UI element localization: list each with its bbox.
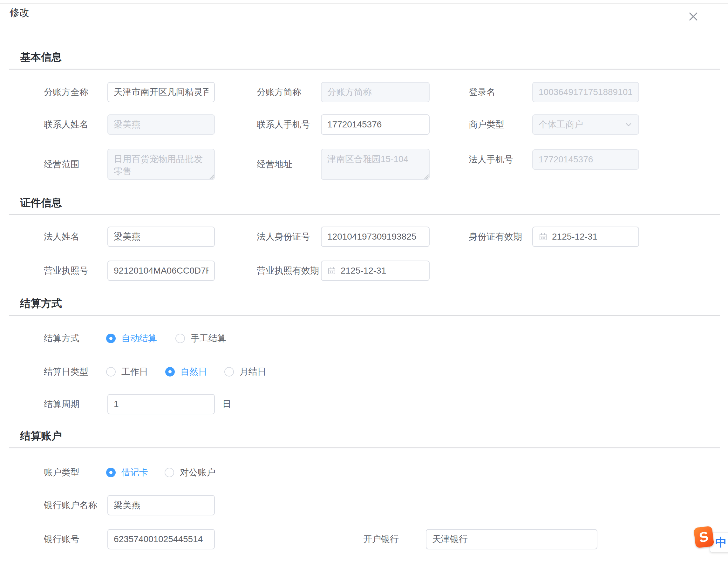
radio-manual-settle[interactable]: 手工结算: [175, 332, 226, 344]
merchant-type-select: 个体工商户: [532, 114, 639, 135]
radio-month-end-day[interactable]: 月结日: [224, 366, 266, 378]
radio-selected-icon: [165, 367, 175, 376]
settle-day-type-label: 结算日类型: [44, 362, 88, 382]
legal-phone-label: 法人手机号: [469, 149, 513, 170]
business-address-label: 经营地址: [257, 149, 292, 180]
license-expiry-value: 2125-12-31: [341, 266, 423, 276]
radio-workday[interactable]: 工作日: [106, 366, 148, 378]
bank-name-input[interactable]: [426, 529, 597, 549]
sogou-ime-logo[interactable]: S: [693, 526, 714, 548]
bank-holder-input[interactable]: [107, 495, 215, 516]
section-account-heading: 结算账户: [20, 429, 62, 443]
sogou-s-icon: S: [699, 529, 709, 545]
bank-holder-label: 银行账户名称: [44, 495, 97, 516]
section-settlement-heading: 结算方式: [20, 296, 62, 311]
login-name-input: [532, 82, 639, 102]
dialog-top-border: [0, 3, 728, 4]
business-scope-label: 经营范围: [44, 149, 79, 180]
section-divider: [9, 447, 720, 448]
calendar-icon: [327, 266, 336, 275]
license-expiry-label: 营业执照有效期: [257, 261, 319, 281]
contact-phone-input[interactable]: [321, 114, 430, 135]
radio-label: 工作日: [121, 366, 148, 378]
section-basic-heading: 基本信息: [20, 50, 62, 64]
radio-label: 手工结算: [191, 332, 226, 344]
dialog-title: 修改: [9, 6, 29, 19]
id-expiry-value: 2125-12-31: [552, 232, 633, 242]
settle-method-radio-group: 自动结算 手工结算: [106, 328, 226, 348]
radio-unselected-icon: [224, 367, 234, 376]
merchant-type-value: 个体工商户: [539, 119, 624, 131]
radio-corporate-account[interactable]: 对公账户: [164, 467, 215, 478]
bank-number-input[interactable]: [107, 529, 215, 549]
radio-unselected-icon: [175, 334, 185, 343]
business-scope-textarea: 日用百货宠物用品批发零售: [107, 149, 215, 180]
radio-label: 自动结算: [121, 332, 157, 344]
contact-name-input: [107, 114, 215, 135]
login-name-label: 登录名: [469, 82, 495, 102]
radio-label: 自然日: [181, 366, 207, 378]
bank-name-label: 开户银行: [363, 529, 399, 549]
calendar-icon: [539, 232, 547, 241]
license-expiry-datepicker[interactable]: 2125-12-31: [321, 261, 430, 281]
id-expiry-label: 身份证有效期: [469, 227, 522, 247]
license-no-label: 营业执照号: [44, 261, 88, 281]
close-icon: [688, 11, 699, 22]
settle-cycle-label: 结算周期: [44, 394, 79, 414]
chevron-down-icon: [624, 121, 633, 129]
contact-name-label: 联系人姓名: [44, 114, 88, 135]
account-type-radio-group: 借记卡 对公账户: [106, 462, 215, 483]
legal-id-label: 法人身份证号: [257, 227, 310, 247]
business-address-textarea: 津南区合雅园15-104: [321, 149, 430, 180]
license-no-input[interactable]: [107, 261, 215, 281]
short-name-label: 分账方简称: [257, 82, 301, 102]
full-name-label: 分账方全称: [44, 82, 88, 102]
short-name-input: [321, 82, 430, 102]
settle-cycle-input[interactable]: [107, 394, 215, 414]
bank-number-label: 银行账号: [44, 529, 79, 549]
legal-name-input[interactable]: [107, 227, 215, 247]
settle-method-label: 结算方式: [44, 328, 79, 348]
legal-id-input[interactable]: [321, 227, 430, 247]
radio-selected-icon: [106, 468, 116, 477]
section-divider: [9, 214, 720, 215]
legal-name-label: 法人姓名: [44, 227, 79, 247]
edit-dialog: 修改 基本信息 分账方全称 分账方简称 登录名 联系人姓名 联系人手机号 商户类…: [0, 0, 728, 578]
settle-day-type-radio-group: 工作日 自然日 月结日: [106, 362, 266, 382]
radio-selected-icon: [106, 334, 116, 343]
merchant-type-label: 商户类型: [469, 114, 504, 135]
section-cert-heading: 证件信息: [20, 196, 62, 210]
legal-phone-input: [532, 149, 639, 170]
full-name-input[interactable]: [107, 82, 215, 102]
radio-label: 对公账户: [180, 467, 215, 478]
radio-label: 借记卡: [121, 467, 148, 478]
radio-auto-settle[interactable]: 自动结算: [106, 332, 157, 344]
section-divider: [9, 315, 720, 316]
radio-unselected-icon: [106, 367, 116, 376]
account-type-label: 账户类型: [44, 462, 79, 483]
section-divider: [9, 69, 720, 70]
id-expiry-datepicker[interactable]: 2125-12-31: [532, 227, 639, 247]
radio-unselected-icon: [164, 468, 174, 477]
ime-mode-indicator: 中: [715, 535, 727, 550]
contact-phone-label: 联系人手机号: [257, 114, 310, 135]
close-button[interactable]: [686, 9, 701, 24]
radio-natural-day[interactable]: 自然日: [165, 366, 207, 378]
radio-label: 月结日: [240, 366, 266, 378]
radio-debit-card[interactable]: 借记卡: [106, 467, 148, 478]
settle-cycle-suffix: 日: [223, 394, 231, 414]
